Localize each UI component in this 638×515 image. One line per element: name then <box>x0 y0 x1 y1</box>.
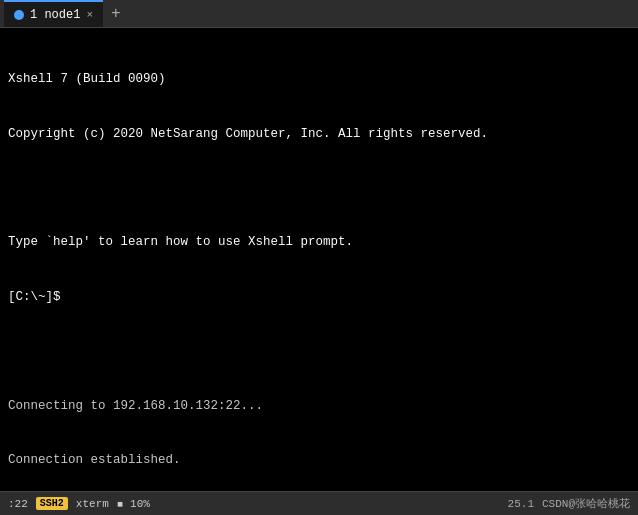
status-right: 25.1 CSDN@张哈哈桃花 <box>508 496 630 511</box>
status-bar: :22 SSH2 xterm ◾ 10% 25.1 CSDN@张哈哈桃花 <box>0 491 638 515</box>
status-port: :22 <box>8 498 28 510</box>
status-zoom: ◾ 10% <box>117 497 150 510</box>
terminal-line-6 <box>8 342 630 360</box>
tab-label: 1 node1 <box>30 8 80 22</box>
terminal-line-8: Connection established. <box>8 451 630 469</box>
new-tab-button[interactable]: + <box>103 0 129 28</box>
terminal-line-2: Copyright (c) 2020 NetSarang Computer, I… <box>8 125 630 143</box>
status-watermark: CSDN@张哈哈桃花 <box>542 496 630 511</box>
status-left: :22 SSH2 xterm ◾ 10% <box>8 497 150 510</box>
terminal-line-7: Connecting to 192.168.10.132:22... <box>8 397 630 415</box>
terminal-line-4: Type `help' to learn how to use Xshell p… <box>8 233 630 251</box>
status-xterm: xterm <box>76 498 109 510</box>
tab-icon <box>14 10 24 20</box>
terminal-line-3 <box>8 179 630 197</box>
tab-node1[interactable]: 1 node1 × <box>4 0 103 27</box>
terminal-line-5: [C:\~]$ <box>8 288 630 306</box>
status-right-info: 25.1 <box>508 498 534 510</box>
title-bar: 1 node1 × + <box>0 0 638 28</box>
terminal-line-1: Xshell 7 (Build 0090) <box>8 70 630 88</box>
tab-close-button[interactable]: × <box>86 9 93 21</box>
terminal: Xshell 7 (Build 0090) Copyright (c) 2020… <box>0 28 638 491</box>
ssh2-badge: SSH2 <box>36 497 68 510</box>
